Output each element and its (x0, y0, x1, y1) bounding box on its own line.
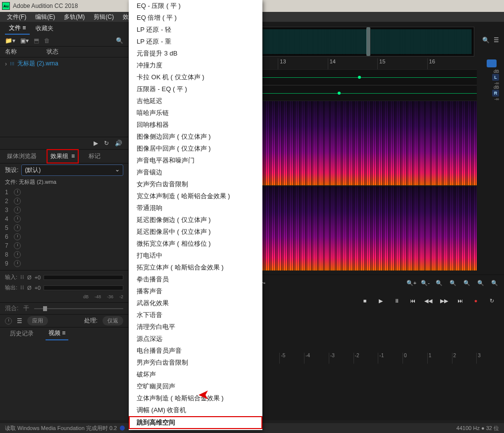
power-icon[interactable] (14, 224, 21, 231)
power-icon[interactable] (14, 216, 21, 222)
tab-media-browser[interactable]: 媒体浏览器 (4, 150, 40, 162)
effect-slot[interactable]: 5 (3, 223, 125, 232)
dropdown-item[interactable]: 卡拉 OK 机 ( 仅立体声 ) (129, 71, 262, 83)
dropdown-item[interactable]: 武器化效果 (129, 297, 262, 309)
col-status[interactable]: 状态 (47, 48, 58, 56)
headphones-icon[interactable] (487, 59, 497, 67)
power-icon[interactable] (14, 233, 21, 240)
stop-button[interactable]: ■ (359, 296, 370, 306)
zoom-out-vert-icon[interactable]: 🔍 (475, 278, 486, 288)
power-icon[interactable] (14, 251, 21, 258)
effect-slot[interactable]: 1 (3, 188, 125, 197)
trash-icon[interactable]: 🗑 (44, 37, 50, 44)
play-icon[interactable]: ▶ (94, 140, 98, 147)
dropdown-item[interactable]: 空旷幽灵回声 (129, 380, 262, 392)
dropdown-item[interactable]: 冲撞力度 (129, 59, 262, 71)
effect-slot[interactable]: 4 (3, 215, 125, 223)
dropdown-item[interactable]: 破坏声 (129, 369, 262, 380)
dropdown-item[interactable]: 吉他延迟 (129, 95, 262, 107)
dropdown-item[interactable]: 延迟图像居中 ( 仅立体声 ) (129, 226, 262, 238)
power-icon[interactable] (14, 207, 21, 214)
power-icon[interactable] (5, 318, 12, 325)
zoom-reset-icon[interactable]: 🔍 (489, 278, 500, 288)
dropdown-item[interactable]: 微拓宽立体声 ( 相位移位 ) (129, 238, 262, 250)
dropdown-item[interactable]: 图像居中回声 ( 仅立体声 ) (129, 143, 262, 155)
file-item[interactable]: ⁝⁝⁝ 无标题 (2).wma (5, 59, 123, 68)
power-icon[interactable] (14, 242, 21, 249)
effect-slot[interactable]: 9 (3, 259, 125, 268)
record-button[interactable]: ● (470, 296, 481, 306)
effect-slot[interactable]: 3 (3, 206, 125, 215)
new-file-icon[interactable]: ▣▾ (20, 37, 29, 44)
power-icon[interactable] (14, 189, 21, 196)
zoom-full-icon[interactable]: 🔍 (434, 278, 445, 288)
import-icon[interactable]: ⬒ (34, 37, 39, 44)
zoom-selection-icon[interactable]: 🔍 (448, 278, 458, 288)
forward-button[interactable]: ▶▶ (439, 296, 450, 306)
rewind-button[interactable]: ◀◀ (423, 296, 434, 306)
skip-start-button[interactable]: ⏮ (407, 296, 418, 306)
play-button[interactable]: ▶ (375, 296, 386, 306)
dropdown-item[interactable]: EQ - 压限 ( 平 ) (129, 0, 262, 12)
dropdown-item[interactable]: 延迟图像侧边 ( 仅立体声 ) (129, 214, 262, 226)
dropdown-item[interactable]: 拓宽立体声 ( 哈斯铝合金效果 ) (129, 262, 262, 273)
menu-file[interactable]: 文件(F) (3, 12, 30, 22)
dropdown-item[interactable]: 立体声制造 ( 哈斯铝合金效果 ) (129, 392, 262, 404)
dropdown-item[interactable]: 回响移相器 (129, 119, 262, 131)
zoom-out-icon[interactable]: 🔍- (420, 278, 431, 288)
zoom-in-vert-icon[interactable]: 🔍 (461, 278, 472, 288)
dropdown-item[interactable]: 男声旁白齿音限制 (129, 357, 262, 369)
mix-slider[interactable] (34, 308, 123, 309)
overview-handle[interactable] (366, 27, 370, 56)
tab-files[interactable]: 文件 ≡ (5, 22, 30, 35)
preset-dropdown[interactable]: (默认)⌄ (21, 164, 123, 176)
tab-favorites[interactable]: 收藏夹 (32, 23, 57, 34)
dropdown-item[interactable]: 打电话中 (129, 250, 262, 262)
zoom-in-icon[interactable]: 🔍+ (406, 278, 417, 288)
dropdown-item[interactable]: 水下语音 (129, 309, 262, 321)
dropdown-item[interactable]: LP 还原 - 轻 (129, 24, 262, 36)
dropdown-item[interactable]: 跳到高维空间 (129, 416, 262, 429)
dropdown-item[interactable]: 元音提升 3 dB (129, 48, 262, 59)
dropdown-item[interactable]: 压限器 - EQ ( 平 ) (129, 83, 262, 95)
dropdown-item[interactable]: 源点深远 (129, 333, 262, 345)
dropdown-item[interactable]: 带通混响 (129, 202, 262, 214)
process-mode[interactable]: 仅返 (102, 316, 123, 325)
channel-l-badge[interactable]: L (492, 74, 499, 81)
col-name[interactable]: 名称 (5, 48, 17, 56)
dropdown-item[interactable]: 嘻哈声乐链 (129, 107, 262, 119)
channel-r-badge[interactable]: R (492, 90, 499, 97)
tab-markers[interactable]: 标记 (86, 150, 103, 162)
dropdown-item[interactable]: 声音电平器和噪声门 (129, 155, 262, 166)
panel-menu-icon[interactable]: ☰ (494, 37, 499, 44)
menu-clip[interactable]: 剪辑(C) (90, 12, 118, 22)
menu-edit[interactable]: 编辑(E) (31, 12, 59, 22)
zoom-icon[interactable]: 🔍 (482, 37, 490, 44)
effect-slot[interactable]: 6 (3, 232, 125, 241)
dropdown-item[interactable]: 图像侧边回声 ( 仅立体声 ) (129, 131, 262, 143)
dropdown-item[interactable]: 清理旁白电平 (129, 321, 262, 333)
dropdown-item[interactable]: 声音镶边 (129, 166, 262, 178)
dropdown-item[interactable]: 音乐增强 (129, 429, 262, 430)
tab-effects-rack[interactable]: 效果组 (47, 149, 79, 163)
dropdown-item[interactable]: 宽立体声制造 ( 哈斯铝合金效果 ) (129, 190, 262, 202)
apply-button[interactable]: 应用 (27, 316, 48, 325)
pause-button[interactable]: ⏸ (391, 296, 402, 306)
list-icon[interactable]: ☰ (17, 318, 22, 325)
skip-end-button[interactable]: ⏭ (454, 296, 465, 306)
loop-icon[interactable]: ↻ (104, 140, 109, 147)
power-icon[interactable] (14, 198, 21, 205)
open-file-icon[interactable]: 📁▾ (5, 37, 15, 44)
dropdown-item[interactable]: 播客声音 (129, 285, 262, 297)
power-icon[interactable] (14, 260, 21, 267)
effect-slot[interactable]: 8 (3, 250, 125, 259)
tab-video[interactable]: 视频 ≡ (46, 327, 68, 340)
dropdown-item[interactable]: 女声旁白齿音限制 (129, 178, 262, 190)
effect-slot[interactable]: 2 (3, 197, 125, 206)
dropdown-item[interactable]: 调幅 (AM) 收音机 (129, 404, 262, 416)
menu-multitrack[interactable]: 多轨(M) (60, 12, 89, 22)
tab-history[interactable]: 历史记录 (7, 327, 37, 340)
dropdown-item[interactable]: 电台播音员声音 (129, 345, 262, 357)
dropdown-item[interactable]: LP 还原 - 重 (129, 36, 262, 48)
search-icon[interactable]: 🔍 (116, 37, 123, 44)
